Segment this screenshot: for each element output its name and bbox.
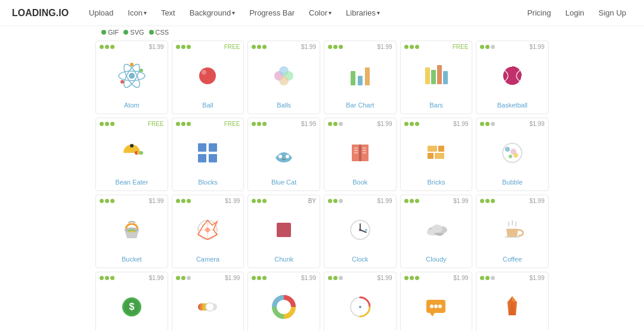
coin-icon: $ <box>115 290 148 324</box>
svg-point-0 <box>129 73 135 79</box>
svg-point-57 <box>365 229 367 231</box>
card-coin[interactable]: $1.99 $ Coin <box>95 272 168 330</box>
svg-dot <box>123 30 128 35</box>
coffee-icon <box>496 213 529 247</box>
chunk-icon <box>267 213 301 247</box>
bean-eater-icon <box>115 136 148 170</box>
card-basketball-label: Basketball <box>476 99 548 113</box>
format-gif[interactable]: GIF <box>101 29 119 36</box>
card-clock-label: Clock <box>324 253 396 268</box>
nav-login[interactable]: Login <box>559 5 590 21</box>
card-blue-cat-label: Blue Cat <box>248 176 320 190</box>
crystal-icon <box>496 290 529 324</box>
card-bricks-label: Bricks <box>401 176 472 190</box>
bar-chart-icon <box>343 59 377 93</box>
card-bricks[interactable]: $1.99 Bricks <box>400 118 473 191</box>
svg-point-21 <box>130 144 134 147</box>
card-cloudy[interactable]: $1.99 Cloudy <box>400 195 473 268</box>
blue-cat-icon <box>267 136 301 170</box>
card-coffee-label: Coffee <box>476 253 548 268</box>
card-bean-eater[interactable]: FREE Bean Eater <box>95 118 168 191</box>
nav-color[interactable]: Color <box>303 5 338 21</box>
card-camera[interactable]: $1.99 Camera <box>172 195 244 268</box>
clock-icon <box>343 213 377 247</box>
card-bubble-label: Bubble <box>476 176 548 190</box>
css-label: CSS <box>156 29 169 36</box>
svg-text:$: $ <box>129 302 134 312</box>
nav-upload[interactable]: Upload <box>83 5 119 21</box>
nav-text[interactable]: Text <box>155 5 181 21</box>
svg-rect-32 <box>359 145 361 161</box>
card-crystal[interactable]: $1.99 Crystal <box>476 272 549 330</box>
nav-right: Pricing Login Sign Up <box>521 5 632 21</box>
card-color-bar[interactable]: $1.99 Color Bar <box>172 272 244 330</box>
card-atom[interactable]: $1.99 Atom <box>95 41 168 114</box>
card-ball-label: Ball <box>172 99 244 113</box>
brand-logo[interactable]: LOADING.IO <box>12 8 69 19</box>
svg-rect-40 <box>428 146 437 152</box>
svg-rect-52 <box>277 223 291 237</box>
book-icon <box>343 136 377 170</box>
basketball-icon <box>496 59 529 93</box>
card-bars[interactable]: FREE Bars <box>400 41 473 114</box>
format-css[interactable]: CSS <box>149 29 169 36</box>
card-blocks[interactable]: FREE Blocks <box>172 118 244 191</box>
svg-rect-16 <box>425 67 430 84</box>
svg-point-74 <box>430 305 434 308</box>
svg-point-4 <box>130 63 134 66</box>
card-bucket-label: Bucket <box>96 253 168 268</box>
format-svg[interactable]: SVG <box>123 29 144 36</box>
card-blue-cat[interactable]: $1.99 Blue Cat <box>247 118 320 191</box>
nav-pricing[interactable]: Pricing <box>521 5 557 21</box>
comets-icon <box>343 290 377 324</box>
nav-progress-bar[interactable]: Progress Bar <box>243 5 301 21</box>
svg-point-47 <box>509 155 512 158</box>
svg-point-48 <box>513 153 518 158</box>
nav-background[interactable]: Background <box>184 5 241 21</box>
svg-point-12 <box>279 76 289 85</box>
svg-point-72 <box>359 306 361 308</box>
svg-point-69 <box>206 303 214 311</box>
svg-rect-28 <box>209 154 217 162</box>
color-bar-icon <box>191 290 224 324</box>
card-ball[interactable]: FREE Ball <box>172 41 244 114</box>
ball-icon <box>191 59 224 93</box>
svg-point-29 <box>278 155 282 158</box>
card-balls[interactable]: $1.99 Balls <box>247 41 320 114</box>
svg-rect-26 <box>209 143 217 152</box>
svg-rect-42 <box>428 153 434 159</box>
nav-icon[interactable]: Icon <box>122 5 153 21</box>
card-coffee[interactable]: $1.99 Coffee <box>476 195 549 268</box>
card-bars-label: Bars <box>401 99 472 113</box>
nav-libraries[interactable]: Libraries <box>340 5 386 21</box>
svg-point-7 <box>199 67 216 84</box>
bubble-icon <box>496 136 529 170</box>
svg-rect-14 <box>358 76 363 85</box>
card-color-ring[interactable]: $1.99 Color Ring <box>247 272 320 330</box>
card-bucket[interactable]: $1.99 Bucket <box>95 195 168 268</box>
nav-signup[interactable]: Sign Up <box>593 5 632 21</box>
svg-rect-18 <box>437 65 442 84</box>
svg-rect-13 <box>351 71 355 85</box>
svg-rect-27 <box>198 154 206 162</box>
svg-label: SVG <box>130 29 144 36</box>
card-balls-label: Balls <box>248 99 320 113</box>
comments-icon <box>419 290 453 324</box>
css-dot <box>149 30 154 35</box>
card-chunk[interactable]: BY Chunk <box>247 195 320 268</box>
card-comments[interactable]: $1.99 Comments <box>400 272 473 330</box>
nav-links: Upload Icon Text Background Progress Bar… <box>83 5 521 21</box>
card-bar-chart[interactable]: $1.99 Bar Chart <box>324 41 397 114</box>
card-book[interactable]: $1.99 Book <box>324 118 397 191</box>
svg-point-6 <box>120 80 124 84</box>
svg-point-45 <box>505 147 510 152</box>
card-clock[interactable]: $1.99 Clock <box>324 195 397 268</box>
card-basketball[interactable]: $1.99 Basketball <box>476 41 549 114</box>
svg-rect-19 <box>443 71 448 84</box>
svg-rect-15 <box>365 67 370 85</box>
icon-grid: $1.99 Atom FREE Ball <box>0 41 644 330</box>
gif-dot <box>101 30 106 35</box>
card-bubble[interactable]: $1.99 Bubble <box>476 118 549 191</box>
card-comets[interactable]: $1.99 Comets <box>324 272 397 330</box>
svg-rect-25 <box>198 143 206 152</box>
